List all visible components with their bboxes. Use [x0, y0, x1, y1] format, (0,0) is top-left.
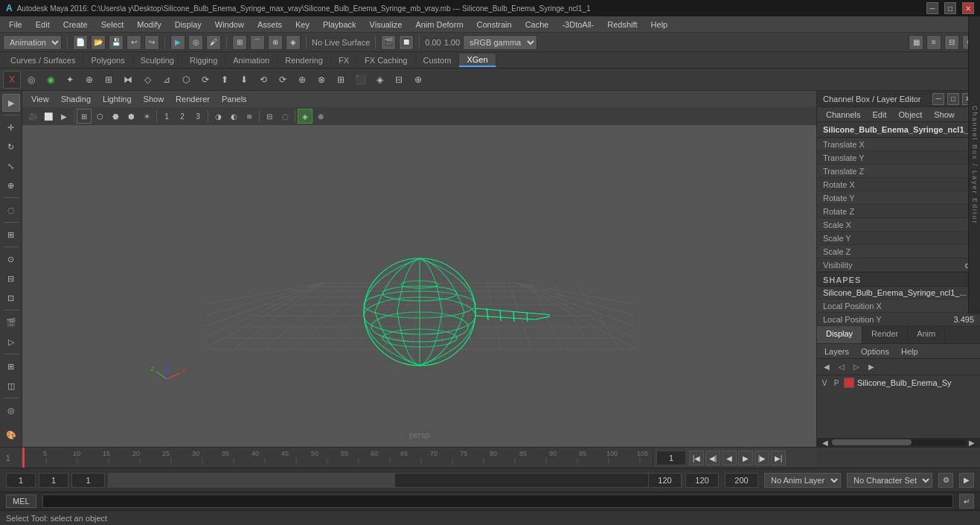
- ch-scale-z[interactable]: Scale Z 1: [817, 245, 980, 258]
- menu-item-visualize[interactable]: Visualize: [364, 19, 409, 31]
- vp-wireframe-btn[interactable]: ⬡: [92, 109, 107, 124]
- scale-tool[interactable]: ⤡: [2, 157, 20, 175]
- disp-tab-render[interactable]: Render: [862, 326, 908, 343]
- tab-xgen[interactable]: XGen: [459, 54, 496, 67]
- shelf-icon-15[interactable]: ⟳: [274, 71, 292, 89]
- ui-elements-btn[interactable]: ▦: [909, 35, 923, 50]
- vp-menu-show[interactable]: Show: [138, 93, 170, 105]
- grid-toggle[interactable]: ⊞: [2, 357, 20, 375]
- layer-icon-right[interactable]: ▷: [850, 360, 863, 374]
- menu-item-window[interactable]: Window: [209, 19, 250, 31]
- cb-menu-object[interactable]: Object: [892, 109, 928, 121]
- quick-sel[interactable]: ◎: [2, 401, 20, 419]
- range-end-input[interactable]: [648, 473, 682, 488]
- vp-shading-mode-1[interactable]: 1: [159, 109, 174, 124]
- shelf-icon-20[interactable]: ◈: [371, 71, 388, 89]
- menu-item-playback[interactable]: Playback: [317, 19, 362, 31]
- shelf-icon-19[interactable]: ⬛: [351, 71, 369, 89]
- undo-btn[interactable]: ↩: [126, 35, 141, 50]
- shelf-icon-12[interactable]: ⬆: [216, 71, 234, 89]
- layers-menu-layers[interactable]: Layers: [820, 346, 854, 357]
- snap-point-btn[interactable]: ⊕: [268, 35, 283, 50]
- vp-texture-btn[interactable]: ⬢: [124, 109, 138, 124]
- go-end-btn[interactable]: ▶|: [771, 451, 786, 465]
- snap-curve-btn[interactable]: ⌒: [250, 35, 265, 50]
- char-set-selector[interactable]: No Character Set: [847, 473, 932, 488]
- shelf-icon-22[interactable]: ⊕: [409, 71, 427, 89]
- menu-item-help[interactable]: Help: [645, 19, 674, 31]
- layer-icon-right2[interactable]: ▶: [865, 360, 878, 374]
- layers-scrollbar[interactable]: ◀ ▶: [817, 438, 980, 447]
- ch-local-pos-x[interactable]: Local Position X 0: [817, 299, 980, 313]
- shelf-icon-13[interactable]: ⬇: [235, 71, 253, 89]
- shelf-icon-1[interactable]: X: [3, 71, 21, 89]
- shelf-icon-18[interactable]: ⊞: [332, 71, 350, 89]
- snap-grid[interactable]: ⊟: [2, 270, 20, 287]
- shelf-icon-8[interactable]: ◇: [138, 71, 156, 89]
- ch-rotate-x[interactable]: Rotate X 0: [817, 178, 980, 191]
- cb-menu-channels[interactable]: Channels: [820, 109, 866, 121]
- step-fwd-btn[interactable]: |▶: [755, 451, 769, 465]
- xray-toggle[interactable]: ◫: [2, 377, 20, 395]
- command-input[interactable]: [42, 494, 953, 508]
- tab-fx[interactable]: FX: [331, 54, 357, 66]
- layers-menu-help[interactable]: Help: [897, 346, 923, 357]
- vp-menu-view[interactable]: View: [25, 93, 55, 105]
- render-btn[interactable]: 🎬: [381, 35, 396, 50]
- vp-isolate-btn[interactable]: ◈: [298, 109, 313, 124]
- back-btn[interactable]: ◀: [722, 451, 737, 465]
- ch-rotate-z[interactable]: Rotate Z 0: [817, 205, 980, 218]
- tab-animation[interactable]: Animation: [225, 54, 278, 66]
- scroll-track[interactable]: [832, 439, 965, 445]
- menu-item-modify[interactable]: Modify: [131, 19, 167, 31]
- playback-end-input[interactable]: [685, 473, 719, 488]
- vp-motion-blur-btn[interactable]: ≋: [242, 109, 257, 124]
- snap-view[interactable]: ⊡: [2, 289, 20, 307]
- tab-polygons[interactable]: Polygons: [83, 54, 132, 66]
- ch-local-pos-y[interactable]: Local Position Y 3.495: [817, 313, 980, 326]
- current-frame-right-input[interactable]: [656, 451, 686, 465]
- shelf-icon-14[interactable]: ⟲: [254, 71, 272, 89]
- menu-item-anim-deform[interactable]: Anim Deform: [409, 19, 469, 31]
- anim-prefs-btn[interactable]: ▶: [959, 473, 974, 488]
- ch-rotate-y[interactable]: Rotate Y 0: [817, 191, 980, 205]
- vp-pivot-btn[interactable]: ⊕: [313, 109, 328, 124]
- ch-translate-x[interactable]: Translate X 0: [817, 138, 980, 151]
- anim-layer-selector[interactable]: No Anim Layer: [764, 473, 841, 488]
- menu-item-constrain[interactable]: Constrain: [471, 19, 518, 31]
- menu-item-edit[interactable]: Edit: [30, 19, 56, 31]
- vp-menu-shading[interactable]: Shading: [55, 93, 97, 105]
- ch-translate-y[interactable]: Translate Y 0: [817, 151, 980, 165]
- maximize-button[interactable]: □: [944, 2, 956, 14]
- ipr-render[interactable]: ▷: [2, 333, 20, 351]
- menu-item-file[interactable]: File: [3, 19, 28, 31]
- soft-select[interactable]: ◌: [2, 201, 20, 219]
- shelf-icon-2[interactable]: ◎: [22, 71, 40, 89]
- select-tool[interactable]: ▶: [2, 94, 20, 112]
- menu-item-3dtool[interactable]: -3DtoAll-: [556, 19, 600, 31]
- ch-scale-x[interactable]: Scale X 1: [817, 218, 980, 232]
- scroll-left[interactable]: ◀: [819, 436, 832, 447]
- viewport-canvas[interactable]: X Y Z persp: [22, 125, 816, 447]
- vp-shaded-btn[interactable]: ⬣: [108, 109, 123, 124]
- layer-icon-left[interactable]: ◀: [820, 360, 833, 374]
- mel-button[interactable]: MEL: [6, 494, 36, 508]
- universal-manip[interactable]: ⊕: [2, 176, 20, 194]
- show-manip[interactable]: ⊞: [2, 226, 20, 244]
- disp-tab-anim[interactable]: Anim: [908, 326, 945, 343]
- cb-menu-edit[interactable]: Edit: [866, 109, 892, 121]
- gamma-selector[interactable]: sRGB gamma: [463, 35, 537, 50]
- vp-menu-lighting[interactable]: Lighting: [97, 93, 138, 105]
- render-view[interactable]: 🎬: [2, 314, 20, 331]
- ch-visibility[interactable]: Visibility on: [817, 258, 980, 272]
- fwd-btn[interactable]: ▶: [738, 451, 753, 465]
- snap-surface-btn[interactable]: ◈: [286, 35, 301, 50]
- tab-fx-caching[interactable]: FX Caching: [357, 54, 415, 66]
- vp-camera-btn[interactable]: 🎥: [25, 109, 40, 124]
- scroll-thumb[interactable]: [832, 439, 912, 445]
- vp-lighting-btn[interactable]: ☀: [139, 109, 154, 124]
- menu-item-assets[interactable]: Assets: [252, 19, 288, 31]
- frame-range-slider[interactable]: [108, 473, 682, 488]
- snap-point[interactable]: ⊙: [2, 250, 20, 268]
- shelf-icon-21[interactable]: ⊟: [390, 71, 408, 89]
